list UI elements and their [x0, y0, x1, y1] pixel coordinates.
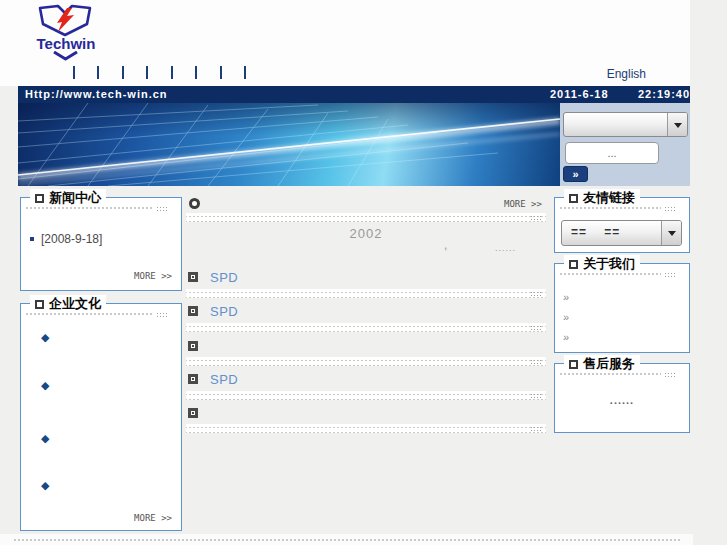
list-bullet-icon — [188, 306, 198, 316]
item-link[interactable]: SPD — [210, 372, 238, 387]
square-bullet-icon — [35, 194, 44, 203]
separator — [186, 213, 546, 222]
site-url: Http://www.tech-win.cn — [25, 86, 168, 103]
links-dropdown-value: == == — [562, 221, 661, 245]
nav-separator: | — [73, 66, 75, 79]
square-bullet-icon — [30, 237, 34, 241]
separator — [186, 323, 546, 332]
search-input[interactable] — [565, 142, 659, 164]
logo-text: Techwin — [33, 35, 99, 52]
list-bullet-icon — [188, 272, 198, 282]
news-item-date: [2008-9-18] — [41, 232, 102, 246]
chevron-down-icon[interactable] — [661, 221, 681, 245]
news-box-title: 新闻中心 — [30, 189, 106, 207]
chevron-down-icon[interactable] — [667, 113, 687, 136]
service-box-title: 售后服务 — [564, 355, 640, 373]
news-box-title-label: 新闻中心 — [49, 189, 101, 207]
nav-separator: | — [146, 66, 148, 79]
date-label: 2011-6-18 — [550, 86, 609, 103]
culture-box: 企业文化 ◆ ◆ ◆ ◆ MORE >> — [20, 303, 182, 531]
english-link[interactable]: English — [607, 67, 646, 81]
service-box-title-label: 售后服务 — [583, 355, 635, 373]
item-link[interactable]: SPD — [210, 304, 238, 319]
diamond-bullet-icon[interactable]: ◆ — [41, 433, 49, 444]
links-box-title: 友情链接 — [564, 189, 640, 207]
center-more-link[interactable]: MORE >> — [504, 199, 542, 209]
nav-separator: | — [171, 66, 173, 79]
list-item[interactable]: SPD — [188, 304, 546, 320]
nav-separator: | — [122, 66, 124, 79]
item-link[interactable]: SPD — [210, 270, 238, 285]
square-bullet-icon — [569, 194, 578, 203]
banner-dropdown[interactable] — [563, 112, 688, 137]
square-bullet-icon — [35, 300, 44, 309]
diamond-bullet-icon[interactable]: ◆ — [41, 332, 49, 343]
diamond-bullet-icon[interactable]: ◆ — [41, 480, 49, 491]
chevron-down-icon — [52, 51, 79, 61]
service-box: 售后服务 ...... — [554, 363, 690, 433]
shield-logo-icon — [36, 4, 94, 37]
list-bullet-icon — [188, 408, 198, 418]
banner-image — [18, 103, 560, 186]
square-bullet-icon — [569, 260, 578, 269]
url-bar: Http://www.tech-win.cn 2011-6-18 22:19:4… — [18, 86, 690, 103]
ellipsis-text: ...... — [495, 243, 516, 253]
banner: » — [18, 103, 690, 186]
list-item[interactable] — [188, 406, 546, 422]
diamond-bullet-icon[interactable]: ◆ — [41, 380, 49, 391]
nav-separator: | — [220, 66, 222, 79]
divider — [25, 206, 153, 210]
nav-separator: | — [244, 66, 246, 79]
divider — [559, 272, 661, 276]
footer — [0, 534, 693, 545]
culture-box-title-label: 企业文化 — [49, 295, 101, 313]
techwin-homepage: Techwin | | | | | | | | English Http://w… — [0, 0, 727, 545]
list-bullet-icon — [188, 341, 198, 351]
list-bullet-icon — [188, 374, 198, 384]
about-item-link[interactable]: » — [563, 292, 569, 303]
time-label: 22:19:40 — [638, 86, 690, 103]
list-item[interactable] — [188, 339, 546, 355]
main-nav: | | | | | | | | — [73, 66, 264, 80]
about-item-link[interactable]: » — [563, 312, 569, 323]
donut-bullet-icon — [189, 198, 200, 209]
divider — [25, 312, 153, 316]
about-item-link[interactable]: » — [563, 332, 569, 343]
news-item[interactable]: [2008-9-18] — [30, 232, 102, 246]
culture-box-title: 企业文化 — [30, 295, 106, 313]
culture-more-link[interactable]: MORE >> — [134, 513, 172, 523]
about-box-title-label: 关于我们 — [583, 255, 635, 273]
news-box: 新闻中心 [2008-9-18] MORE >> — [20, 197, 182, 291]
nav-separator: | — [97, 66, 99, 79]
separator — [186, 357, 546, 366]
banner-side-panel: » — [560, 103, 690, 186]
banner-dropdown-value — [564, 113, 667, 136]
separator — [186, 391, 546, 400]
year-text: 2002 — [186, 226, 546, 241]
square-bullet-icon — [569, 360, 578, 369]
footer-divider — [13, 538, 681, 542]
news-more-link[interactable]: MORE >> — [134, 271, 172, 281]
logo[interactable]: Techwin — [33, 2, 99, 60]
about-box: 关于我们 » » » — [554, 263, 690, 353]
list-item[interactable]: SPD — [188, 372, 546, 388]
nav-separator: | — [195, 66, 197, 79]
divider — [559, 372, 661, 376]
separator — [186, 289, 546, 298]
links-box: 友情链接 == == — [554, 197, 690, 253]
comma-text: , — [444, 238, 447, 252]
service-text: ...... — [555, 394, 689, 406]
links-box-title-label: 友情链接 — [583, 189, 635, 207]
divider — [559, 206, 661, 210]
list-item[interactable]: SPD — [188, 270, 546, 286]
go-button[interactable]: » — [563, 166, 588, 182]
links-dropdown[interactable]: == == — [561, 220, 682, 246]
header: Techwin | | | | | | | | English — [0, 0, 690, 86]
separator — [186, 424, 546, 433]
about-box-title: 关于我们 — [564, 255, 640, 273]
